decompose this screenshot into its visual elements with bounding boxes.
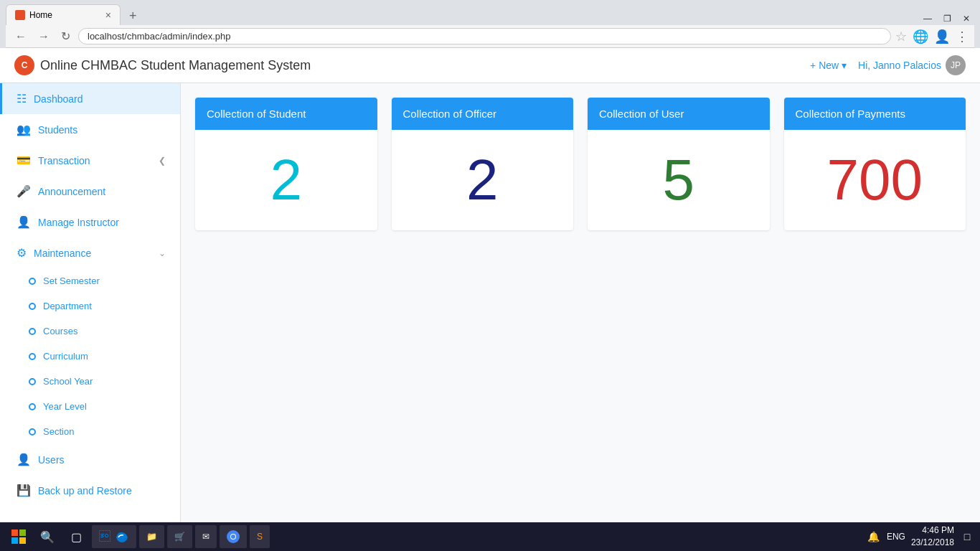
language-indicator: ENG xyxy=(887,532,905,542)
sub-dot-icon xyxy=(29,428,36,435)
taskbar-datetime: 4:46 PM 23/12/2018 xyxy=(911,524,954,547)
action-center-icon[interactable]: □ xyxy=(960,529,974,544)
edge-taskbar-app[interactable]:  xyxy=(92,525,136,547)
taskbar-date-value: 23/12/2018 xyxy=(911,537,954,547)
card-students-body: 2 xyxy=(195,130,377,230)
submenu-item-year-level[interactable]: Year Level xyxy=(0,394,180,419)
avatar-placeholder: JP xyxy=(951,60,961,70)
submenu-item-school-year[interactable]: School Year xyxy=(0,369,180,394)
sub-item-label: Set Semester xyxy=(43,276,100,286)
store-icon: 🛒 xyxy=(174,532,185,542)
sidebar: ☷ Dashboard 👥 Students 💳 Transaction ❮ 🎤… xyxy=(0,83,181,547)
start-button[interactable] xyxy=(6,524,32,547)
sub-dot-icon xyxy=(29,328,36,335)
backup-icon: 💾 xyxy=(17,484,31,497)
taskbar-time-value: 4:46 PM xyxy=(911,524,954,537)
sidebar-item-maintenance[interactable]: ⚙ Maintenance ⌄ xyxy=(0,237,180,268)
taskbar-right: 🔔 ENG 4:46 PM 23/12/2018 □ xyxy=(867,524,974,547)
sidebar-item-label: Manage Instructor xyxy=(38,217,119,228)
sidebar-item-dashboard[interactable]: ☷ Dashboard xyxy=(0,83,180,114)
search-taskbar-icon[interactable]: 🔍 xyxy=(34,524,60,547)
sub-item-label: Year Level xyxy=(43,401,87,412)
sidebar-item-label: Dashboard xyxy=(34,93,83,105)
card-payments-value: 700 xyxy=(827,151,923,209)
browser-tab[interactable]: Home × xyxy=(6,4,121,25)
new-button[interactable]: + New ▾ xyxy=(810,60,847,71)
sub-dot-icon xyxy=(29,378,36,385)
submenu-item-curriculum[interactable]: Curriculum xyxy=(0,344,180,369)
sub-dot-icon xyxy=(29,353,36,360)
svg-rect-1 xyxy=(19,529,26,536)
sub-dot-icon xyxy=(29,278,36,285)
notification-icon[interactable]: 🔔 xyxy=(867,529,881,544)
menu-icon[interactable]: ⋮ xyxy=(956,29,969,44)
sidebar-item-label: Users xyxy=(38,454,65,466)
card-students-header: Collection of Student xyxy=(195,98,377,130)
sidebar-item-label: Transaction xyxy=(38,155,90,166)
submenu-item-set-semester[interactable]: Set Semester xyxy=(0,268,180,293)
sublime-taskbar-app[interactable]: S xyxy=(250,525,270,547)
announcement-icon: 🎤 xyxy=(17,184,31,198)
svg-rect-3 xyxy=(19,537,26,544)
submenu-item-department[interactable]: Department xyxy=(0,293,180,319)
sub-item-label: Curriculum xyxy=(43,351,88,362)
transaction-chevron: ❮ xyxy=(159,156,166,166)
sidebar-item-transaction[interactable]: 💳 Transaction ❮ xyxy=(0,145,180,176)
bookmark-icon[interactable]: ☆ xyxy=(895,29,907,44)
students-icon: 👥 xyxy=(17,123,31,136)
sub-dot-icon xyxy=(29,403,36,410)
task-view-icon[interactable]: ▢ xyxy=(63,524,89,547)
address-bar[interactable]: localhost/chmbac/admin/index.php xyxy=(78,28,891,44)
sub-item-label: Courses xyxy=(43,326,77,336)
users-icon: 👤 xyxy=(17,453,31,466)
explorer-taskbar-app[interactable]: 📁 xyxy=(139,525,164,547)
card-user-value: 5 xyxy=(663,151,695,209)
minimize-button[interactable]: — xyxy=(919,12,936,25)
extensions-icon[interactable]: 🌐 xyxy=(913,29,928,44)
app-body: ☷ Dashboard 👥 Students 💳 Transaction ❮ 🎤… xyxy=(0,83,980,547)
sidebar-item-backup[interactable]: 💾 Back up and Restore xyxy=(0,475,180,506)
new-tab-button[interactable]: + xyxy=(122,6,144,25)
card-officer[interactable]: Collection of Officer 2 xyxy=(392,98,574,230)
maintenance-icon: ⚙ xyxy=(17,246,27,260)
maximize-button[interactable]: ❐ xyxy=(939,12,956,25)
svg-rect-0 xyxy=(11,529,18,536)
forward-button[interactable]: → xyxy=(34,29,53,44)
sidebar-item-users[interactable]: 👤 Users xyxy=(0,444,180,475)
header-right: + New ▾ Hi, Janno Palacios JP xyxy=(810,55,966,75)
mail-icon: ✉ xyxy=(202,532,209,542)
browser-actions: ☆ 🌐 👤 ⋮ xyxy=(895,29,969,44)
maintenance-chevron: ⌄ xyxy=(159,248,166,258)
edge-icon:  xyxy=(99,530,110,543)
app-logo: C Online CHMBAC Student Management Syste… xyxy=(14,55,311,75)
sidebar-item-announcement[interactable]: 🎤 Announcement xyxy=(0,176,180,207)
close-window-button[interactable]: ✕ xyxy=(958,12,974,25)
svg-point-6 xyxy=(231,534,235,539)
sublime-icon: S xyxy=(257,532,263,542)
card-user[interactable]: Collection of User 5 xyxy=(588,98,770,230)
submenu-item-section[interactable]: Section xyxy=(0,419,180,444)
app-title: Online CHMBAC Student Management System xyxy=(40,58,311,73)
user-avatar[interactable]: JP xyxy=(946,55,966,75)
back-button[interactable]: ← xyxy=(11,29,30,44)
tab-title: Home xyxy=(29,10,101,20)
profile-icon[interactable]: 👤 xyxy=(934,29,950,44)
tab-close-icon[interactable]: × xyxy=(105,9,111,21)
dashboard-icon: ☷ xyxy=(17,92,27,105)
card-payments[interactable]: Collection of Payments 700 xyxy=(784,98,966,230)
store-taskbar-app[interactable]: 🛒 xyxy=(167,525,192,547)
mail-taskbar-app[interactable]: ✉ xyxy=(195,525,217,547)
submenu-item-courses[interactable]: Courses xyxy=(0,319,180,344)
explorer-icon: 📁 xyxy=(146,532,157,542)
sidebar-item-students[interactable]: 👥 Students xyxy=(0,114,180,145)
sidebar-item-manage-instructor[interactable]: 👤 Manage Instructor xyxy=(0,207,180,237)
browser-chrome: Home × + — ❐ ✕ ← → ↻ localhost/chmbac/ad… xyxy=(0,0,980,48)
url-text: localhost/chmbac/admin/index.php xyxy=(88,31,882,42)
card-officer-value: 2 xyxy=(466,151,499,209)
logo-icon: C xyxy=(14,55,34,75)
card-students[interactable]: Collection of Student 2 xyxy=(195,98,377,230)
taskbar: 🔍 ▢  📁 🛒 ✉ S 🔔 ENG 4:46 PM 23/12/2018 □ xyxy=(0,522,980,547)
refresh-button[interactable]: ↻ xyxy=(57,28,74,44)
card-payments-body: 700 xyxy=(784,130,966,230)
chrome-taskbar-app[interactable] xyxy=(220,525,247,547)
